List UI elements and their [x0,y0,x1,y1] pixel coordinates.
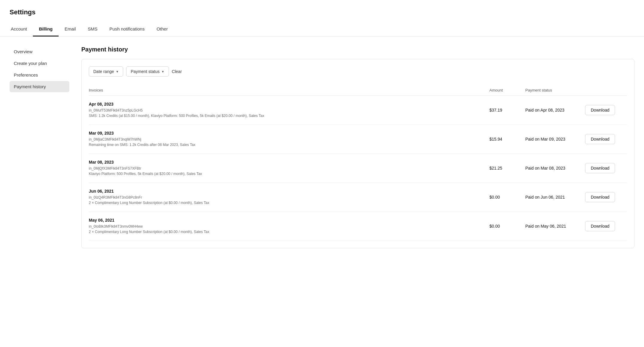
invoice-date: Mar 08, 2023 [89,160,489,165]
invoice-description: Klaviyo Platform: 500 Profiles, 5k Email… [89,171,489,176]
top-navigation: Account Billing Email SMS Push notificat… [0,22,644,36]
download-button[interactable]: Download [585,134,615,144]
table-row: Jun 06, 2021 in_0IzQ4R3MFlk84T3nG8Pc8nFr… [89,183,627,212]
invoice-id: in_0MjQfX3MFlk84T3nFS7XFBtr [89,166,489,171]
sidebar-item-payment-history[interactable]: Payment history [10,81,69,92]
invoice-id: in_0MjiaC3MFlk84T3nqlM7hWNj [89,137,489,142]
main-content: Payment history Date range ▼ Payment sta… [81,46,634,248]
invoice-info: Jun 06, 2021 in_0IzQ4R3MFlk84T3nG8Pc8nFr… [89,189,489,206]
download-button[interactable]: Download [585,163,615,173]
section-title: Payment history [81,46,634,53]
page-title: Settings [0,0,644,22]
invoice-description: 2 × Complimentary Long Number Subscripti… [89,229,489,235]
table-row: Apr 08, 2023 in_0MufT53MFlk84T3nz5pLGcH5… [89,96,627,125]
clear-filters-button[interactable]: Clear [172,69,182,74]
sidebar-item-preferences[interactable]: Preferences [10,69,69,80]
nav-item-email[interactable]: Email [59,22,82,36]
download-cell: Download [585,163,627,173]
table-row: Mar 08, 2023 in_0MjQfX3MFlk84T3nFS7XFBtr… [89,154,627,183]
nav-item-push-notifications[interactable]: Push notifications [103,22,151,36]
invoice-amount: $21.25 [489,166,525,171]
nav-item-billing[interactable]: Billing [33,22,59,36]
invoice-amount: $15.94 [489,137,525,141]
download-button[interactable]: Download [585,105,615,115]
table-header: Invoices Amount Payment status [89,85,627,96]
chevron-down-icon: ▼ [116,70,119,73]
payment-status-filter[interactable]: Payment status ▼ [126,66,169,77]
invoice-info: May 06, 2021 in_0IoBIk3MFlk84T3nmv0MH4ew… [89,218,489,235]
nav-item-other[interactable]: Other [151,22,174,36]
invoice-info: Mar 08, 2023 in_0MjQfX3MFlk84T3nFS7XFBtr… [89,160,489,176]
col-amount: Amount [489,88,525,92]
download-cell: Download [585,192,627,202]
download-button[interactable]: Download [585,192,615,202]
download-cell: Download [585,134,627,144]
nav-item-sms[interactable]: SMS [82,22,104,36]
invoice-info: Apr 08, 2023 in_0MufT53MFlk84T3nz5pLGcH5… [89,102,489,118]
date-range-label: Date range [93,69,114,74]
download-cell: Download [585,221,627,231]
payment-status-value: Paid on May 06, 2021 [525,224,585,229]
invoice-id: in_0IoBIk3MFlk84T3nmv0MH4ew [89,224,489,229]
invoice-date: May 06, 2021 [89,218,489,223]
sidebar-item-create-your-plan[interactable]: Create your plan [10,58,69,69]
invoice-date: Apr 08, 2023 [89,102,489,106]
payment-status-value: Paid on Apr 08, 2023 [525,108,585,112]
date-range-filter[interactable]: Date range ▼ [89,66,123,77]
table-row: May 06, 2021 in_0IoBIk3MFlk84T3nmv0MH4ew… [89,212,627,241]
col-invoices: Invoices [89,88,489,92]
sidebar: Overview Create your plan Preferences Pa… [10,46,69,248]
filters-bar: Date range ▼ Payment status ▼ Clear [89,66,627,77]
payment-history-panel: Date range ▼ Payment status ▼ Clear Invo… [81,59,634,248]
col-action [585,88,627,92]
nav-item-account[interactable]: Account [10,22,33,36]
invoice-date: Jun 06, 2021 [89,189,489,194]
invoice-description: 2 × Complimentary Long Number Subscripti… [89,200,489,206]
content-area: Overview Create your plan Preferences Pa… [0,36,644,258]
payment-status-label: Payment status [131,69,160,74]
chevron-down-icon: ▼ [161,70,164,73]
invoice-description: SMS: 1.2k Credits (at $15.00 / month), K… [89,113,489,118]
payment-status-value: Paid on Mar 09, 2023 [525,137,585,141]
invoice-info: Mar 09, 2023 in_0MjiaC3MFlk84T3nqlM7hWNj… [89,131,489,147]
invoice-id: in_0IzQ4R3MFlk84T3nG8Pc8nFr [89,195,489,200]
payment-status-value: Paid on Mar 08, 2023 [525,166,585,171]
invoice-id: in_0MufT53MFlk84T3nz5pLGcH5 [89,108,489,113]
download-cell: Download [585,105,627,115]
table-row: Mar 09, 2023 in_0MjiaC3MFlk84T3nqlM7hWNj… [89,125,627,154]
invoice-amount: $0.00 [489,195,525,200]
invoice-description: Remaining time on SMS: 1.2k Credits afte… [89,142,489,147]
sidebar-item-overview[interactable]: Overview [10,46,69,57]
payment-status-value: Paid on Jun 06, 2021 [525,195,585,200]
invoice-date: Mar 09, 2023 [89,131,489,136]
invoice-amount: $0.00 [489,224,525,229]
col-payment-status: Payment status [525,88,585,92]
invoice-amount: $37.19 [489,108,525,112]
download-button[interactable]: Download [585,221,615,231]
